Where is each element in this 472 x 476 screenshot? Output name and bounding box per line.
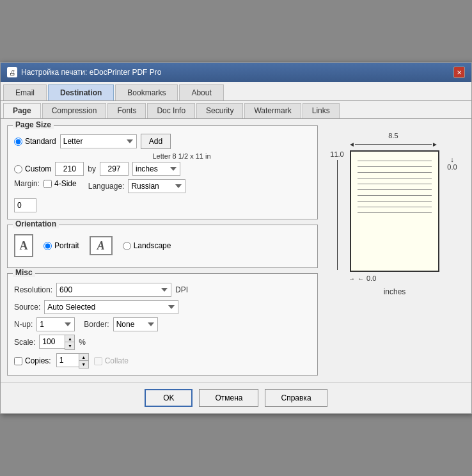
orientation-row: A Portrait A Landscape (14, 230, 311, 261)
printer-icon: 🖨 (7, 67, 17, 77)
portrait-radio-label[interactable]: Portrait (43, 241, 79, 250)
custom-height-input[interactable] (100, 162, 129, 176)
right-panel: 8.5 ◄ ► 11.0 (324, 125, 465, 376)
copies-down-button[interactable]: ▼ (79, 361, 88, 368)
source-label: Source: (14, 303, 40, 312)
tab-about[interactable]: About (179, 84, 223, 100)
nup-label: N-up: (14, 320, 33, 329)
landscape-radio[interactable] (123, 242, 131, 250)
copies-check-label[interactable]: Copies: (14, 356, 51, 365)
tab-watermark[interactable]: Watermark (244, 103, 301, 118)
portrait-radio[interactable] (43, 242, 52, 250)
doc-line-7 (358, 195, 432, 196)
copies-spinner: ▲ ▼ (56, 353, 89, 369)
source-row: Source: Auto Selected Manual Tray 1 (14, 300, 311, 314)
standard-label: Standard (25, 137, 56, 146)
collate-label-text: Collate (105, 356, 129, 365)
orientation-section: Orientation A Portrait A Landscape (7, 225, 318, 268)
doc-line-6 (358, 189, 432, 190)
right-margin-label: ↓ (450, 155, 454, 163)
standard-radio-label[interactable]: Standard (14, 137, 56, 146)
cancel-button[interactable]: Отмена (199, 389, 258, 407)
border-label: Border: (84, 320, 109, 329)
four-side-label[interactable]: 4-Side (43, 179, 77, 188)
paper-size-select[interactable]: Letter (60, 134, 137, 148)
custom-radio[interactable] (14, 165, 22, 173)
resolution-select[interactable]: 300 600 1200 (56, 283, 171, 297)
margin-label: Margin: (14, 179, 40, 188)
portrait-label: Portrait (54, 241, 79, 250)
doc-line-3 (358, 172, 432, 173)
top-tabs: Email Destination Bookmarks About (1, 82, 471, 101)
copies-check[interactable] (14, 357, 22, 365)
custom-radio-label[interactable]: Custom (14, 164, 51, 173)
units-select[interactable]: inches mm cm (132, 162, 180, 176)
tab-destination[interactable]: Destination (48, 84, 114, 100)
language-select[interactable]: Russian English (128, 179, 185, 193)
copies-input[interactable] (56, 353, 79, 367)
doc-line-1 (358, 161, 432, 161)
source-select[interactable]: Auto Selected Manual Tray 1 (44, 300, 178, 314)
doc-line-8 (358, 201, 432, 202)
collate-label[interactable]: Collate (94, 356, 129, 365)
tab-page[interactable]: Page (3, 103, 41, 118)
misc-label: Misc (13, 268, 35, 277)
scale-label: Scale: (14, 338, 35, 347)
landscape-radio-label[interactable]: Landscape (123, 241, 171, 250)
tab-fonts[interactable]: Fonts (107, 103, 146, 118)
tab-bookmarks[interactable]: Bookmarks (115, 84, 178, 100)
add-button[interactable]: Add (141, 134, 171, 149)
left-panel: Page Size Standard Letter Add Letter 8 1… (7, 125, 318, 376)
language-group: Language: Russian English (88, 179, 186, 193)
resolution-row: Resolution: 300 600 1200 DPI (14, 283, 311, 297)
page-document (350, 150, 439, 272)
doc-line-5 (358, 184, 432, 184)
tab-security[interactable]: Security (196, 103, 243, 118)
portrait-icon: A (14, 234, 33, 257)
scale-spinner-buttons: ▲ ▼ (65, 335, 75, 350)
margin-area: Margin: 4-Side Language: Russian English (14, 179, 311, 193)
tab-links[interactable]: Links (303, 103, 340, 118)
page-size-section: Page Size Standard Letter Add Letter 8 1… (7, 125, 318, 219)
margin-value-input[interactable] (14, 198, 36, 212)
margin-input-wrap (14, 196, 311, 212)
four-side-check[interactable] (43, 180, 52, 188)
standard-row: Standard Letter Add (14, 134, 311, 149)
misc-section: Misc Resolution: 300 600 1200 DPI Source… (7, 273, 318, 376)
preview-area: 8.5 ◄ ► 11.0 (327, 141, 462, 296)
titlebar: 🖨 Настройка печати: eDocPrinter PDF Pro … (1, 63, 471, 82)
scale-spinner: ▲ ▼ (39, 335, 75, 350)
custom-label: Custom (25, 164, 51, 173)
paper-info: Letter 8 1/2 x 11 in (52, 152, 311, 160)
scale-down-button[interactable]: ▼ (65, 342, 74, 349)
copies-label: Copies: (25, 356, 51, 365)
copies-row: Copies: ▲ ▼ Collate (14, 353, 311, 369)
tab-docinfo[interactable]: Doc Info (147, 103, 195, 118)
copies-up-button[interactable]: ▲ (79, 354, 88, 361)
units-label: inches (327, 287, 462, 296)
close-button[interactable]: ✕ (453, 67, 465, 78)
dpi-label: DPI (175, 285, 188, 294)
bottom-dim-label: 0.0 (366, 274, 376, 282)
nup-row: N-up: 1 2 4 Border: None Thin (14, 317, 311, 331)
collate-check[interactable] (94, 357, 102, 365)
orientation-label: Orientation (13, 219, 59, 228)
width-arrow: 8.5 ◄ ► (349, 141, 438, 148)
custom-width-input[interactable] (55, 162, 84, 176)
main-window: 🖨 Настройка печати: eDocPrinter PDF Pro … (0, 62, 472, 414)
scale-up-button[interactable]: ▲ (65, 335, 74, 342)
help-button[interactable]: Справка (265, 389, 327, 407)
standard-radio[interactable] (14, 138, 22, 146)
page-size-label: Page Size (13, 120, 54, 129)
doc-line-4 (358, 178, 432, 178)
scale-input[interactable] (39, 335, 65, 349)
nup-select[interactable]: 1 2 4 (36, 317, 75, 331)
titlebar-left: 🖨 Настройка печати: eDocPrinter PDF Pro (7, 67, 161, 77)
tab-compression[interactable]: Compression (42, 103, 107, 118)
doc-line-10 (358, 212, 432, 213)
tab-email[interactable]: Email (3, 84, 47, 100)
bottom-dim-area: → ← 0.0 (349, 274, 438, 282)
resolution-label: Resolution: (14, 285, 52, 294)
ok-button[interactable]: OK (145, 389, 193, 407)
border-select[interactable]: None Thin (113, 317, 158, 331)
